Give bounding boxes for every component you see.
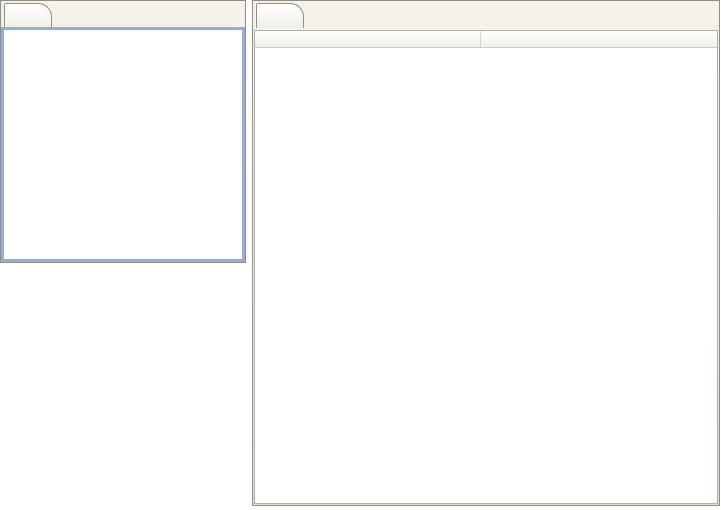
tab-model1-genmodel[interactable]: [4, 3, 52, 28]
genmodel-editor-view: [0, 0, 246, 263]
table-header-row: [255, 31, 717, 48]
properties-tab-header: [253, 1, 719, 27]
genmodel-file-icon: [11, 9, 26, 24]
properties-view: [252, 0, 720, 506]
editor-focus-border: [1, 27, 245, 262]
tab-properties[interactable]: [256, 3, 304, 28]
properties-table-icon: [263, 9, 278, 24]
genmodel-tree: [4, 30, 242, 259]
editor-tab-header: [1, 1, 245, 27]
property-sheet: [254, 30, 718, 504]
column-header-property[interactable]: [255, 31, 481, 47]
column-header-value[interactable]: [481, 31, 717, 47]
